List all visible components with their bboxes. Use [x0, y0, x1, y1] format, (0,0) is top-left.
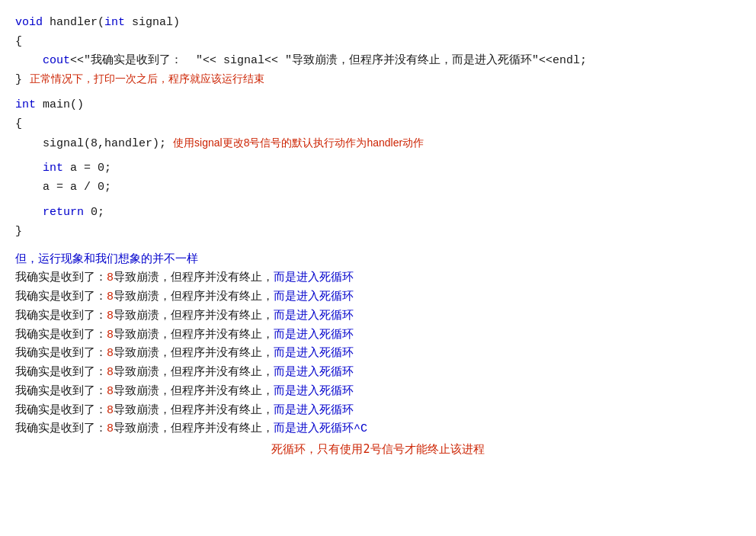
out-mid-4: 导致崩溃，但程序并没有终止，: [114, 326, 274, 345]
out-num-1: 8: [107, 269, 114, 288]
out-prefix-2: 我确实是收到了：: [15, 288, 107, 307]
blank-line-3: [15, 197, 741, 204]
out-num-8: 8: [107, 402, 114, 421]
keyword-void: void: [15, 14, 50, 33]
out-num-6: 8: [107, 364, 114, 383]
code-line-3: cout<<"我确实是收到了： "<< signal<< "导致崩溃，但程序并没…: [15, 52, 741, 71]
out-mid-5: 导致崩溃，但程序并没有终止，: [114, 345, 274, 364]
return-val: 0;: [84, 204, 104, 223]
out-num-7: 8: [107, 383, 114, 402]
output-line-9: 我确实是收到了： 8导致崩溃，但程序并没有终止，而是进入死循环^C: [15, 420, 741, 439]
out-prefix-9: 我确实是收到了：: [15, 420, 107, 439]
fn-main: main(): [43, 96, 84, 115]
out-mid-9: 导致崩溃，但程序并没有终止，: [114, 420, 274, 439]
out-prefix-3: 我确实是收到了：: [15, 307, 107, 326]
out-end-8: 而是进入死循环: [274, 402, 354, 421]
indent-8: [15, 135, 43, 154]
out-num-9: 8: [107, 420, 114, 439]
out-num-2: 8: [107, 288, 114, 307]
out-end-4: 而是进入死循环: [274, 326, 354, 345]
out-prefix-6: 我确实是收到了：: [15, 364, 107, 383]
div-zero: a = a / 0;: [43, 178, 111, 197]
out-mid-8: 导致崩溃，但程序并没有终止，: [114, 402, 274, 421]
code-line-7: {: [15, 115, 741, 134]
brace-open: {: [15, 33, 22, 52]
indent-3: [15, 52, 43, 71]
code-line-10: int a = 0;: [15, 159, 741, 178]
out-end-1: 而是进入死循环: [274, 269, 354, 288]
blank-line-2: [15, 153, 741, 159]
comment-signal: 使用signal更改8号信号的默认执行动作为handler动作: [173, 134, 424, 152]
code-block: void handler(int signal) { cout<<"我确实是收到…: [15, 14, 741, 241]
out-prefix-5: 我确实是收到了：: [15, 345, 107, 364]
indent-10: [15, 159, 43, 178]
out-num-4: 8: [107, 326, 114, 345]
indent-11: [15, 178, 43, 197]
keyword-cout: cout: [43, 52, 70, 71]
code-line-1: void handler(int signal): [15, 14, 741, 33]
out-prefix-4: 我确实是收到了：: [15, 326, 107, 345]
out-prefix-1: 我确实是收到了：: [15, 269, 107, 288]
brace-open-2: {: [15, 115, 22, 134]
out-mid-7: 导致崩溃，但程序并没有终止，: [114, 383, 274, 402]
section-title: 但，运行现象和我们想象的并不一样: [15, 249, 741, 269]
string-1: "我确实是收到了： ": [84, 52, 203, 71]
brace-close-1: }: [15, 71, 22, 90]
output-line-7: 我确实是收到了： 8导致崩溃，但程序并没有终止，而是进入死循环: [15, 383, 741, 402]
output-line-5: 我确实是收到了： 8导致崩溃，但程序并没有终止，而是进入死循环: [15, 345, 741, 364]
out-mid-1: 导致崩溃，但程序并没有终止，: [114, 269, 274, 288]
brace-close-2: }: [15, 223, 22, 242]
code-line-8: signal(8,handler); 使用signal更改8号信号的默认执行动作…: [15, 134, 741, 154]
output-line-3: 我确实是收到了： 8导致崩溃，但程序并没有终止，而是进入死循环: [15, 307, 741, 326]
indent-13: [15, 204, 43, 223]
output-line-2: 我确实是收到了： 8导致崩溃，但程序并没有终止，而是进入死循环: [15, 288, 741, 307]
endl: <<endl;: [539, 52, 587, 71]
footer-comment: 死循环，只有使用2号信号才能终止该进程: [15, 442, 741, 457]
out-prefix-8: 我确实是收到了：: [15, 402, 107, 421]
code-line-11: a = a / 0;: [15, 178, 741, 197]
output-line-6: 我确实是收到了： 8导致崩溃，但程序并没有终止，而是进入死循环: [15, 364, 741, 383]
out-end-2: 而是进入死循环: [274, 288, 354, 307]
fn-handler: handler(: [50, 14, 104, 33]
var-a: a = 0;: [63, 159, 111, 178]
out-mid-6: 导致崩溃，但程序并没有终止，: [114, 364, 274, 383]
blank-line-1: [15, 90, 741, 96]
out-end-3: 而是进入死循环: [274, 307, 354, 326]
out-end-9: 而是进入死循环^C: [274, 420, 367, 439]
out-prefix-7: 我确实是收到了：: [15, 383, 107, 402]
keyword-int-a: int: [43, 159, 63, 178]
signal-call: signal(8,handler);: [43, 135, 173, 154]
out-end-5: 而是进入死循环: [274, 345, 354, 364]
string-2: "导致崩溃，但程序并没有终止，而是进入死循环": [285, 52, 539, 71]
output-section: 但，运行现象和我们想象的并不一样 我确实是收到了： 8导致崩溃，但程序并没有终止…: [15, 249, 741, 457]
keyword-return: return: [43, 204, 84, 223]
keyword-int: int: [104, 14, 125, 33]
code-line-2: {: [15, 33, 741, 52]
code-line-14: }: [15, 223, 741, 242]
out-end-6: 而是进入死循环: [274, 364, 354, 383]
output-line-1: 我确实是收到了： 8导致崩溃，但程序并没有终止，而是进入死循环: [15, 269, 741, 288]
cout-content: <<: [70, 52, 84, 71]
out-num-3: 8: [107, 307, 114, 326]
out-mid-2: 导致崩溃，但程序并没有终止，: [114, 288, 274, 307]
code-line-13: return 0;: [15, 204, 741, 223]
out-end-7: 而是进入死循环: [274, 383, 354, 402]
output-lines-container: 我确实是收到了： 8导致崩溃，但程序并没有终止，而是进入死循环 我确实是收到了：…: [15, 269, 741, 439]
keyword-int-main: int: [15, 96, 43, 115]
cout-ops: << signal<<: [203, 52, 285, 71]
comment-normal: 正常情况下，打印一次之后，程序就应该运行结束: [30, 70, 264, 88]
code-line-4: } 正常情况下，打印一次之后，程序就应该运行结束: [15, 70, 741, 90]
output-line-4: 我确实是收到了： 8导致崩溃，但程序并没有终止，而是进入死循环: [15, 326, 741, 345]
out-mid-3: 导致崩溃，但程序并没有终止，: [114, 307, 274, 326]
code-line-6: int main(): [15, 96, 741, 115]
param-signal: signal): [125, 14, 180, 33]
output-line-8: 我确实是收到了： 8导致崩溃，但程序并没有终止，而是进入死循环: [15, 402, 741, 421]
out-num-5: 8: [107, 345, 114, 364]
